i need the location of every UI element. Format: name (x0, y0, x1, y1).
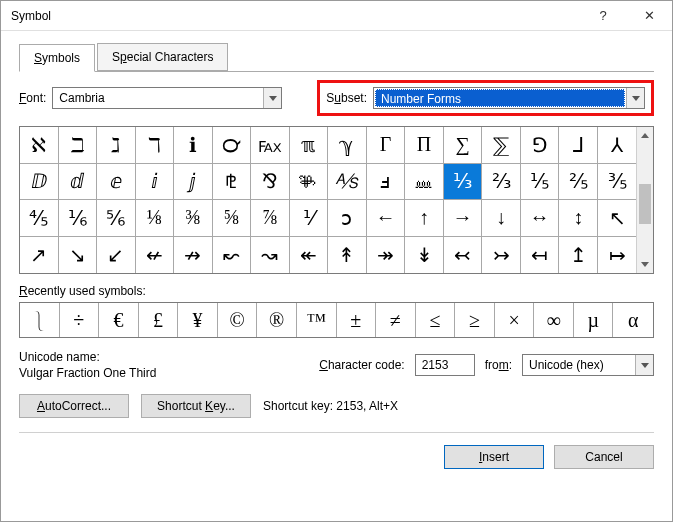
scroll-thumb[interactable] (639, 184, 651, 224)
from-combo[interactable]: Unicode (hex) (522, 354, 654, 376)
symbol-cell[interactable]: ⅝ (213, 200, 252, 237)
unicode-name-block: Unicode name: Vulgar Fraction One Third (19, 350, 309, 380)
symbol-cell[interactable]: ↄ (328, 200, 367, 237)
scroll-up-icon[interactable] (637, 127, 653, 144)
symbol-cell[interactable]: ⅁ (521, 127, 560, 164)
symbol-cell[interactable]: ⅔ (482, 164, 521, 201)
symbol-cell[interactable]: ⅄ (598, 127, 637, 164)
recent-symbol-cell[interactable]: ≠ (376, 303, 416, 337)
help-button[interactable]: ? (580, 1, 626, 31)
symbol-cell[interactable]: ↑ (405, 200, 444, 237)
symbol-grid[interactable]: ℵℶℷℸℹ℺℻ℼℽΓΠ∑⅀⅁⅃⅄ⅅⅆⅇⅈⅉ⅊⅋⅌⅍ⅎ⅏⅓⅔⅕⅖⅗⅘⅙⅚⅛⅜⅝⅞⅟… (20, 127, 636, 273)
symbol-cell[interactable]: ↖ (598, 200, 637, 237)
scrollbar[interactable] (636, 127, 653, 273)
recent-symbol-cell[interactable]: ® (257, 303, 297, 337)
symbol-cell[interactable]: ⅇ (97, 164, 136, 201)
recent-symbol-cell[interactable]: α (613, 303, 653, 337)
recent-symbol-cell[interactable]: ÷ (60, 303, 100, 337)
symbol-cell[interactable]: ℸ (136, 127, 175, 164)
symbol-cell[interactable]: ℽ (328, 127, 367, 164)
symbol-cell[interactable]: ↛ (174, 237, 213, 274)
symbol-cell[interactable]: ℻ (251, 127, 290, 164)
symbol-cell[interactable]: ⅟ (290, 200, 329, 237)
symbol-cell[interactable]: ↕ (559, 200, 598, 237)
symbol-cell[interactable]: ⅃ (559, 127, 598, 164)
symbol-cell[interactable]: ↦ (598, 237, 637, 274)
subset-combo[interactable]: Number Forms (373, 87, 645, 109)
symbol-cell[interactable]: Π (405, 127, 444, 164)
symbol-cell[interactable]: ↢ (444, 237, 483, 274)
char-code-input[interactable]: 2153 (415, 354, 475, 376)
symbol-cell[interactable]: ⅀ (482, 127, 521, 164)
symbol-cell[interactable]: ⅅ (20, 164, 59, 201)
recent-symbol-cell[interactable]: € (99, 303, 139, 337)
symbol-cell[interactable]: ↥ (559, 237, 598, 274)
symbol-cell[interactable]: ∑ (444, 127, 483, 164)
symbol-cell[interactable]: ⅚ (97, 200, 136, 237)
symbol-cell[interactable]: ℹ (174, 127, 213, 164)
symbol-cell[interactable]: ⅛ (136, 200, 175, 237)
symbol-cell[interactable]: ℶ (59, 127, 98, 164)
symbol-cell[interactable]: ⅞ (251, 200, 290, 237)
symbol-cell[interactable]: ↠ (367, 237, 406, 274)
symbol-cell[interactable]: ⅙ (59, 200, 98, 237)
close-button[interactable]: ✕ (626, 1, 672, 31)
symbol-cell[interactable]: ↡ (405, 237, 444, 274)
symbol-cell[interactable]: ⅌ (290, 164, 329, 201)
symbol-cell[interactable]: ↞ (290, 237, 329, 274)
symbol-cell[interactable]: ↓ (482, 200, 521, 237)
symbol-cell[interactable]: ↤ (521, 237, 560, 274)
recent-symbol-cell[interactable]: ≤ (416, 303, 456, 337)
recent-symbol-cell[interactable]: ⎱ (20, 303, 60, 337)
symbol-cell[interactable]: ↟ (328, 237, 367, 274)
recent-grid[interactable]: ⎱÷€£¥©®™±≠≤≥×∞µα (19, 302, 654, 338)
symbol-cell[interactable]: ⅗ (598, 164, 637, 201)
recent-symbol-cell[interactable]: © (218, 303, 258, 337)
tab-special-characters[interactable]: Special Characters (97, 43, 228, 71)
shortcut-key-button[interactable]: Shortcut Key... (141, 394, 251, 418)
recent-symbol-cell[interactable]: ¥ (178, 303, 218, 337)
symbol-cell[interactable]: ⅘ (20, 200, 59, 237)
symbol-cell[interactable]: ℺ (213, 127, 252, 164)
font-combo[interactable]: Cambria (52, 87, 282, 109)
symbol-cell[interactable]: ℵ (20, 127, 59, 164)
symbol-cell[interactable]: ⅉ (174, 164, 213, 201)
symbol-cell[interactable]: ⅜ (174, 200, 213, 237)
symbol-cell[interactable]: ⅓ (444, 164, 483, 201)
symbol-cell[interactable]: ↚ (136, 237, 175, 274)
symbol-cell[interactable]: ↙ (97, 237, 136, 274)
symbol-cell[interactable]: ℷ (97, 127, 136, 164)
symbol-cell[interactable]: ↣ (482, 237, 521, 274)
scroll-track[interactable] (637, 144, 653, 256)
autocorrect-button[interactable]: AutoCorrect... (19, 394, 129, 418)
symbol-cell[interactable]: → (444, 200, 483, 237)
recent-symbol-cell[interactable]: ™ (297, 303, 337, 337)
symbol-cell[interactable]: ↗ (20, 237, 59, 274)
symbol-cell[interactable]: ⅋ (251, 164, 290, 201)
symbol-cell[interactable]: ⅊ (213, 164, 252, 201)
insert-button[interactable]: Insert (444, 445, 544, 469)
tab-symbols[interactable]: Symbols (19, 44, 95, 72)
scroll-down-icon[interactable] (637, 256, 653, 273)
symbol-cell[interactable]: Γ (367, 127, 406, 164)
symbol-cell[interactable]: ⅕ (521, 164, 560, 201)
recent-symbol-cell[interactable]: £ (139, 303, 179, 337)
recent-symbol-cell[interactable]: × (495, 303, 535, 337)
symbol-cell[interactable]: ↔ (521, 200, 560, 237)
recent-symbol-cell[interactable]: ∞ (534, 303, 574, 337)
recent-symbol-cell[interactable]: ≥ (455, 303, 495, 337)
symbol-cell[interactable]: ⅍ (328, 164, 367, 201)
symbol-cell[interactable]: ⅆ (59, 164, 98, 201)
symbol-cell[interactable]: ← (367, 200, 406, 237)
symbol-cell[interactable]: ℼ (290, 127, 329, 164)
recent-symbol-cell[interactable]: µ (574, 303, 614, 337)
cancel-button[interactable]: Cancel (554, 445, 654, 469)
symbol-cell[interactable]: ⅎ (367, 164, 406, 201)
symbol-cell[interactable]: ↝ (251, 237, 290, 274)
symbol-cell[interactable]: ↘ (59, 237, 98, 274)
symbol-cell[interactable]: ↜ (213, 237, 252, 274)
symbol-cell[interactable]: ⅏ (405, 164, 444, 201)
symbol-cell[interactable]: ⅈ (136, 164, 175, 201)
recent-symbol-cell[interactable]: ± (337, 303, 377, 337)
symbol-cell[interactable]: ⅖ (559, 164, 598, 201)
